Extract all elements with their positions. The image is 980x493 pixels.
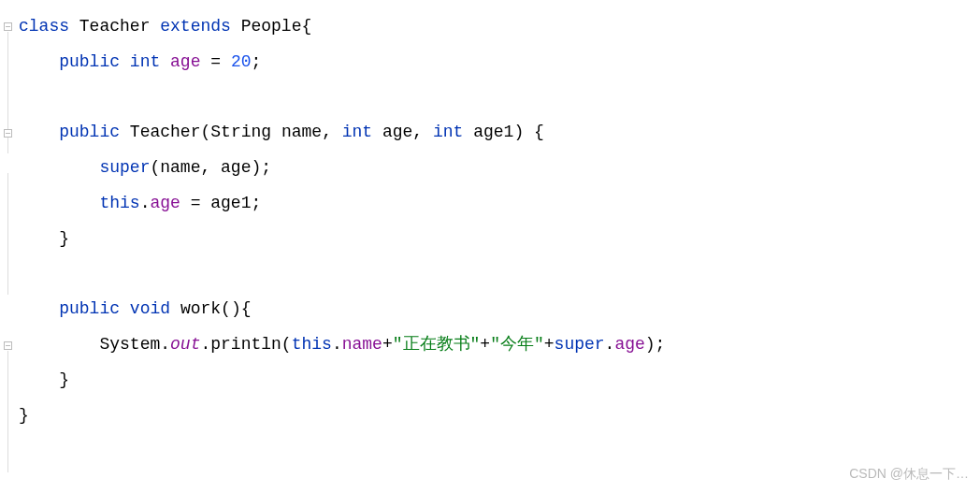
keyword-int: int bbox=[433, 123, 463, 141]
param: name bbox=[281, 123, 322, 141]
field-name: age bbox=[614, 335, 644, 354]
space bbox=[120, 299, 130, 318]
watermark: CSDN @休息一下… bbox=[849, 460, 969, 487]
code-line: } bbox=[19, 363, 980, 399]
string-literal: "正在教书" bbox=[393, 335, 481, 354]
indent bbox=[19, 335, 99, 354]
indent bbox=[19, 194, 99, 212]
keyword-this: this bbox=[292, 335, 332, 354]
indent bbox=[19, 299, 59, 318]
brace-close: } bbox=[59, 370, 69, 389]
code-line: public Teacher(String name, int age, int… bbox=[19, 115, 980, 151]
equals: = bbox=[200, 52, 230, 71]
println-call: .println( bbox=[200, 335, 291, 354]
code-line: } bbox=[19, 399, 980, 434]
keyword-this: this bbox=[99, 194, 139, 212]
keyword-int: int bbox=[130, 52, 160, 71]
brace-close: } bbox=[19, 406, 29, 425]
fold-line bbox=[7, 351, 8, 472]
semicolon: ; bbox=[251, 52, 261, 71]
keyword-public: public bbox=[59, 123, 120, 141]
brace-close: } bbox=[59, 229, 69, 248]
keyword-class: class bbox=[19, 17, 69, 36]
space bbox=[463, 123, 473, 141]
space bbox=[120, 123, 130, 141]
code-line: super(name, age); bbox=[19, 151, 980, 186]
type-string: String bbox=[210, 123, 281, 141]
keyword-extends: extends bbox=[160, 17, 231, 36]
indent bbox=[19, 158, 99, 177]
param: age bbox=[382, 123, 412, 141]
constructor-name: Teacher bbox=[130, 123, 201, 141]
call: (name, age); bbox=[150, 158, 271, 177]
keyword-super: super bbox=[555, 335, 605, 354]
system-class: System. bbox=[99, 335, 170, 354]
code-line: this.age = age1; bbox=[19, 186, 980, 222]
code-line: System.out.println(this.name+"正在教书"+"今年"… bbox=[19, 327, 980, 363]
string-literal: "今年" bbox=[490, 335, 544, 354]
code-line: public void work(){ bbox=[19, 292, 980, 327]
keyword-super: super bbox=[99, 158, 150, 177]
paren-close-brace: ) { bbox=[513, 123, 543, 141]
code-line-blank bbox=[19, 80, 980, 116]
indent bbox=[19, 123, 59, 141]
space bbox=[120, 52, 130, 71]
fold-marker-icon bbox=[4, 341, 12, 350]
field-out: out bbox=[170, 335, 200, 354]
dot: . bbox=[332, 335, 342, 354]
fold-marker-icon bbox=[4, 22, 12, 31]
assignment: = age1; bbox=[180, 194, 261, 212]
number-literal: 20 bbox=[231, 52, 252, 71]
keyword-void: void bbox=[130, 299, 170, 318]
method-name: work bbox=[180, 299, 221, 318]
keyword-int: int bbox=[342, 123, 372, 141]
code-block: class Teacher extends People{ public int… bbox=[0, 9, 980, 434]
comma: , bbox=[322, 123, 342, 141]
dot: . bbox=[605, 335, 615, 354]
space bbox=[372, 123, 382, 141]
param: age1 bbox=[473, 123, 513, 141]
plus: + bbox=[382, 335, 393, 354]
indent bbox=[19, 52, 59, 71]
code-line: } bbox=[19, 222, 980, 257]
field-name: name bbox=[342, 335, 382, 354]
fold-line bbox=[7, 173, 8, 295]
plus: + bbox=[544, 335, 555, 354]
keyword-public: public bbox=[59, 299, 120, 318]
field-name: age bbox=[150, 194, 180, 212]
end-call: ); bbox=[645, 335, 666, 354]
code-line: public int age = 20; bbox=[19, 45, 980, 80]
paren-open: ( bbox=[200, 123, 210, 141]
method-parens: (){ bbox=[221, 299, 251, 318]
space bbox=[170, 299, 180, 318]
indent bbox=[19, 370, 59, 389]
code-line-blank bbox=[19, 257, 980, 293]
brace: { bbox=[301, 17, 311, 36]
space bbox=[160, 52, 170, 71]
code-line: class Teacher extends People{ bbox=[19, 9, 980, 45]
dot: . bbox=[140, 194, 151, 212]
keyword-public: public bbox=[59, 52, 120, 71]
fold-marker-icon bbox=[4, 129, 12, 138]
indent bbox=[19, 229, 59, 248]
parent-class: People bbox=[231, 17, 302, 36]
comma: , bbox=[412, 123, 433, 141]
field-name: age bbox=[170, 52, 200, 71]
gutter bbox=[0, 9, 13, 434]
class-name: Teacher bbox=[69, 17, 160, 36]
plus: + bbox=[480, 335, 490, 354]
